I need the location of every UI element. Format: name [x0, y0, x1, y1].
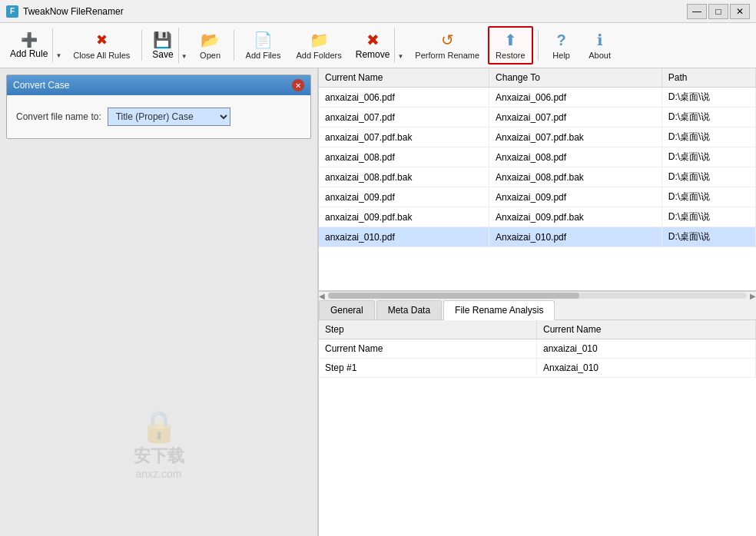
- close-all-label: Close All Rules: [73, 51, 130, 60]
- separator-3: [538, 30, 539, 61]
- chevron-down-icon: ▼: [181, 53, 187, 60]
- file-table: Current Name Change To Path anxaizai_006…: [319, 68, 756, 247]
- convert-case-body: Convert file name to: Title (Proper) Cas…: [7, 95, 310, 138]
- open-label: Open: [200, 51, 220, 60]
- cell-change-to: Anxaizai_010.pdf: [489, 227, 662, 247]
- maximize-button[interactable]: □: [708, 4, 728, 19]
- add-folders-icon: [310, 31, 328, 49]
- remove-label: Remove: [356, 49, 390, 60]
- help-icon: [552, 31, 571, 49]
- chevron-down-icon: ▼: [55, 52, 61, 59]
- cell-path: D:\桌面\说: [662, 108, 755, 127]
- add-folders-button[interactable]: Add Folders: [289, 27, 348, 64]
- table-row[interactable]: anxaizai_007.pdf.bak Anxaizai_007.pdf.ba…: [319, 127, 756, 147]
- add-rule-main[interactable]: Add Rule: [5, 28, 52, 62]
- add-folders-label: Add Folders: [296, 51, 341, 60]
- table-row[interactable]: anxaizai_008.pdf.bak Anxaizai_008.pdf.ba…: [319, 167, 756, 187]
- watermark-lock-icon: 🔒: [134, 409, 184, 445]
- tab-meta-data[interactable]: Meta Data: [376, 300, 442, 319]
- remove-dropdown[interactable]: ▼: [394, 28, 406, 63]
- analysis-table-row: Step #1 Anxaizai_010: [319, 358, 756, 377]
- convert-case-panel: Convert Case ✕ Convert file name to: Tit…: [6, 74, 311, 139]
- table-row[interactable]: anxaizai_009.pdf.bak Anxaizai_009.pdf.ba…: [319, 207, 756, 227]
- add-files-button[interactable]: Add Files: [239, 27, 288, 64]
- horizontal-scrollbar[interactable]: ◀ ▶: [319, 291, 756, 300]
- convert-case-select[interactable]: Title (Proper) Case UPPERCASE lowercase …: [108, 108, 230, 126]
- table-row[interactable]: anxaizai_010.pdf Anxaizai_010.pdf D:\桌面\…: [319, 227, 756, 247]
- analysis-col-current-name: Current Name: [536, 320, 755, 339]
- table-row[interactable]: anxaizai_009.pdf Anxaizai_009.pdf D:\桌面\…: [319, 187, 756, 207]
- cell-current-name: anxaizai_007.pdf.bak: [319, 127, 489, 147]
- cell-current-name: anxaizai_006.pdf: [319, 88, 489, 108]
- open-button[interactable]: Open: [192, 27, 229, 64]
- main-container: Convert Case ✕ Convert file name to: Tit…: [0, 68, 756, 536]
- file-table-container[interactable]: Current Name Change To Path anxaizai_006…: [319, 68, 756, 291]
- col-header-change-to: Change To: [489, 68, 662, 88]
- convert-case-title: Convert Case: [13, 80, 69, 91]
- add-rule-dropdown[interactable]: ▼: [52, 28, 64, 62]
- help-button[interactable]: Help: [543, 27, 580, 64]
- cell-path: D:\桌面\说: [662, 227, 755, 247]
- title-bar-controls: — □ ✕: [687, 4, 750, 19]
- add-rule-button[interactable]: Add Rule ▼: [5, 28, 65, 63]
- analysis-table-row: Current Name anxaizai_010: [319, 339, 756, 358]
- save-main[interactable]: Save: [148, 28, 177, 63]
- add-rule-label: Add Rule: [10, 48, 48, 59]
- convert-case-close-button[interactable]: ✕: [292, 79, 304, 91]
- cell-change-to: Anxaizai_008.pdf.bak: [489, 167, 662, 187]
- cell-change-to: Anxaizai_006.pdf: [489, 88, 662, 108]
- cell-current-name: anxaizai_008.pdf.bak: [319, 167, 489, 187]
- close-button[interactable]: ✕: [730, 4, 750, 19]
- cell-change-to: Anxaizai_008.pdf: [489, 147, 662, 167]
- bottom-tabs: General Meta Data File Rename Analysis: [319, 300, 756, 320]
- hscroll-thumb[interactable]: [328, 293, 579, 299]
- restore-label: Restore: [496, 51, 526, 60]
- analysis-table-container[interactable]: Step Current Name Current Name anxaizai_…: [319, 320, 756, 537]
- restore-icon: [501, 31, 519, 49]
- perform-rename-icon: [438, 31, 456, 49]
- convert-label: Convert file name to:: [16, 111, 101, 122]
- cell-change-to: Anxaizai_009.pdf: [489, 187, 662, 207]
- table-row[interactable]: anxaizai_007.pdf Anxaizai_007.pdf D:\桌面\…: [319, 108, 756, 127]
- watermark-sub: anxz.com: [134, 468, 184, 480]
- right-panel: Current Name Change To Path anxaizai_006…: [319, 68, 756, 536]
- perform-rename-button[interactable]: Perform Rename: [408, 27, 486, 64]
- save-dropdown[interactable]: ▼: [178, 28, 190, 63]
- minimize-button[interactable]: —: [687, 4, 707, 19]
- left-panel: Convert Case ✕ Convert file name to: Tit…: [0, 68, 319, 536]
- about-button[interactable]: About: [582, 27, 618, 64]
- open-icon: [201, 31, 220, 49]
- analysis-cell-current-name: anxaizai_010: [536, 339, 755, 358]
- tab-file-rename-analysis[interactable]: File Rename Analysis: [443, 300, 555, 320]
- col-header-path: Path: [662, 68, 755, 88]
- add-rule-icon: [21, 31, 38, 48]
- analysis-cell-current-name: Anxaizai_010: [536, 358, 755, 377]
- restore-button[interactable]: Restore: [488, 26, 533, 65]
- save-label: Save: [152, 49, 173, 60]
- chevron-down-icon: ▼: [397, 53, 403, 60]
- save-button[interactable]: Save ▼: [147, 27, 190, 64]
- title-bar-text: TweakNow FileRenamer: [23, 6, 687, 17]
- about-label: About: [589, 51, 611, 60]
- remove-button[interactable]: Remove ▼: [350, 27, 407, 64]
- table-row[interactable]: anxaizai_008.pdf Anxaizai_008.pdf D:\桌面\…: [319, 147, 756, 167]
- cell-change-to: Anxaizai_007.pdf: [489, 108, 662, 127]
- help-label: Help: [552, 51, 570, 60]
- table-row[interactable]: anxaizai_006.pdf Anxaizai_006.pdf D:\桌面\…: [319, 88, 756, 108]
- add-files-label: Add Files: [246, 51, 281, 60]
- convert-case-title-bar: Convert Case ✕: [7, 75, 310, 95]
- app-icon: F: [6, 5, 18, 18]
- analysis-header-row: Step Current Name: [319, 320, 756, 339]
- cell-change-to: Anxaizai_007.pdf.bak: [489, 127, 662, 147]
- cell-path: D:\桌面\说: [662, 167, 755, 187]
- cell-current-name: anxaizai_010.pdf: [319, 227, 489, 247]
- hscroll-track[interactable]: [328, 293, 747, 299]
- close-all-rules-button[interactable]: Close All Rules: [66, 27, 137, 64]
- tab-general[interactable]: General: [319, 300, 375, 319]
- watermark: 🔒 安下载 anxz.com: [134, 409, 184, 480]
- analysis-cell-step: Current Name: [319, 339, 536, 358]
- separator-2: [234, 30, 234, 61]
- analysis-col-step: Step: [319, 320, 536, 339]
- tab-list: General Meta Data File Rename Analysis: [319, 300, 756, 319]
- remove-main[interactable]: Remove: [351, 28, 395, 63]
